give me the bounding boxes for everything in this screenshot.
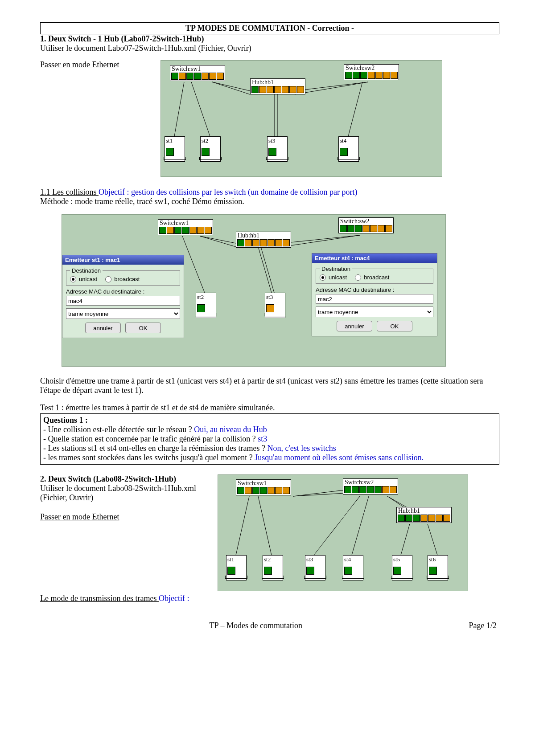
collisions-under: 1.1 Les collisions xyxy=(40,188,99,196)
dlg1-mac-label: Adresse MAC du destinataire : xyxy=(66,288,180,295)
dlg2-legend: Destination xyxy=(320,266,352,272)
d2-hub: Hub:hb1 xyxy=(236,232,291,248)
d3-switch1: Switch:sw1 xyxy=(236,479,291,495)
d1-hub-label: Hub:hb1 xyxy=(251,79,304,86)
diagram-1: Switch:sw1 Switch:sw2 Hub:hb1 st1 st2 xyxy=(160,60,442,177)
svg-line-8 xyxy=(348,82,362,136)
diagram-3: Switch:sw1 Switch:sw2 Hub:hb1 st1 st2 st… xyxy=(218,474,468,591)
svg-line-9 xyxy=(200,236,236,243)
section-2-head: 2. Deux Switch (Labo08-2Switch-1Hub) xyxy=(40,474,210,484)
dlg2-mac-input[interactable] xyxy=(316,294,433,304)
dlg1-cancel-button[interactable]: annuler xyxy=(85,323,121,333)
dlg1-r2: broadcast xyxy=(114,276,140,282)
d1-st1-lbl: st1 xyxy=(166,138,184,143)
svg-line-25 xyxy=(428,524,437,555)
svg-line-11 xyxy=(282,235,360,243)
q1-l3: - Les stations st1 et st4 ont-elles en c… xyxy=(43,444,496,453)
d2-switch2: Switch:sw2 xyxy=(338,217,394,233)
dlg2-radio-unicast[interactable]: unicast xyxy=(320,274,347,281)
svg-line-2 xyxy=(295,82,368,91)
dlg2-ok-button[interactable]: OK xyxy=(377,321,412,331)
dlg2-frame-select[interactable]: trame moyenne xyxy=(316,306,433,317)
trans-under: Le mode de transmission des trames xyxy=(40,594,159,603)
transmission-line: Le mode de transmission des trames Objec… xyxy=(40,594,499,603)
dlg1-destination-group: Destination unicast broadcast xyxy=(66,267,180,286)
dlg2-r1: unicast xyxy=(329,274,347,281)
dlg1-ok-button[interactable]: OK xyxy=(125,323,161,333)
dlg2-title: Emetteur st4 : mac4 xyxy=(312,253,437,263)
d2-sw2-label: Switch:sw2 xyxy=(340,218,392,225)
svg-line-24 xyxy=(401,524,410,555)
svg-line-4 xyxy=(174,82,184,136)
title-text: TP MODES DE COMMUTATION - Correction - xyxy=(185,24,354,33)
page-title: TP MODES DE COMMUTATION - Correction - xyxy=(40,22,499,34)
dlg1-r1: unicast xyxy=(79,276,97,282)
dlg2-r2: broadcast xyxy=(364,274,389,281)
collisions-method: Méthode : mode trame réelle, tracé sw1, … xyxy=(40,197,499,206)
svg-line-1 xyxy=(212,82,250,94)
dlg1-radio-unicast[interactable]: unicast xyxy=(70,276,97,282)
svg-line-12 xyxy=(282,235,360,247)
d2-sw1-label: Switch:sw1 xyxy=(159,220,212,226)
d2-hub-label: Hub:hb1 xyxy=(237,233,290,239)
q1-head: Questions 1 : xyxy=(43,416,496,425)
footer-right: Page 1/2 xyxy=(469,621,497,630)
test1-text: Test 1 : émettre les trames à partir de … xyxy=(40,403,499,413)
dlg2-radio-broadcast[interactable]: broadcast xyxy=(355,274,389,281)
d1-st3-lbl: st3 xyxy=(268,138,286,143)
ethernet-mode-2: Passer en mode Ethernet xyxy=(40,512,119,521)
d1-st2-lbl: st2 xyxy=(202,138,219,143)
svg-line-13 xyxy=(182,236,205,293)
svg-line-0 xyxy=(212,82,250,91)
svg-line-15 xyxy=(261,247,274,293)
d2-switch1: Switch:sw1 xyxy=(158,219,213,235)
footer-center: TP – Modes de commutation xyxy=(210,621,302,630)
d1-switch2: Switch:sw2 xyxy=(344,64,399,80)
svg-line-20 xyxy=(314,496,360,555)
dlg2-cancel-button[interactable]: annuler xyxy=(337,321,372,331)
dlg2-mac-label: Adresse MAC du destinataire : xyxy=(316,286,433,293)
section-1-docline: Utiliser le document Labo07-2Switch-1Hub… xyxy=(40,44,499,53)
q1-l2: - Quelle station est concernée par le tr… xyxy=(43,434,496,444)
d1-sw1-label: Switch:sw1 xyxy=(171,66,224,72)
questions-1-box: Questions 1 : - Une collision est-elle d… xyxy=(40,413,499,465)
svg-line-10 xyxy=(200,236,236,247)
diagram-2: Switch:sw1 Switch:sw2 Hub:hb1 st2 st3 Em… xyxy=(62,214,446,367)
d1-st4-lbl: st4 xyxy=(340,138,358,143)
dlg1-radio-broadcast[interactable]: broadcast xyxy=(105,276,140,282)
d3-sw1-label: Switch:sw1 xyxy=(237,480,290,486)
footer: TP – Modes de commutation Page 1/2 xyxy=(40,621,499,630)
svg-line-5 xyxy=(191,82,210,136)
svg-line-3 xyxy=(295,82,368,94)
svg-line-18 xyxy=(236,496,249,555)
d1-switch1: Switch:sw1 xyxy=(170,65,225,81)
emitter-dialog-st4: Emetteur st4 : mac4 Destination unicast … xyxy=(312,253,437,336)
d3-sw2-label: Switch:sw2 xyxy=(344,479,397,486)
d3-hub-label: Hub:hb1 xyxy=(398,508,450,514)
svg-line-19 xyxy=(258,496,272,555)
d2-st2-lbl: st2 xyxy=(197,294,215,300)
dlg1-legend: Destination xyxy=(70,267,103,274)
svg-line-21 xyxy=(352,496,369,555)
trans-blue: Objectif : xyxy=(159,594,189,603)
d2-st3-lbl: st3 xyxy=(266,294,284,300)
q1-l1: - Une collision est-elle détectée sur le… xyxy=(43,425,496,434)
dlg1-mac-input[interactable] xyxy=(66,296,180,306)
ethernet-mode-1: Passer en mode Ethernet xyxy=(40,60,119,69)
section-2-docline: Utiliser le document Labo08-2Switch-1Hub… xyxy=(40,484,210,503)
collisions-line: 1.1 Les collisions Objectif : gestion de… xyxy=(40,188,499,197)
dlg1-title: Emetteur st1 : mac1 xyxy=(62,255,184,265)
section-1-head: 1. Deux Switch - 1 Hub (Labo07-2Switch-1… xyxy=(40,34,499,44)
collisions-blue: Objectif : gestion des collisions par le… xyxy=(99,188,357,196)
d3-hub: Hub:hb1 xyxy=(396,507,452,523)
d1-hub: Hub:hb1 xyxy=(250,78,305,94)
dlg2-destination-group: Destination unicast broadcast xyxy=(316,266,433,284)
q1-l4: - les trames sont stockées dans les swit… xyxy=(43,453,496,462)
d1-sw2-label: Switch:sw2 xyxy=(345,65,398,71)
choisir-text: Choisir d'émettre une trame à partir de … xyxy=(40,376,499,395)
dlg1-frame-select[interactable]: trame moyenne xyxy=(66,308,180,319)
emitter-dialog-st1: Emetteur st1 : mac1 Destination unicast … xyxy=(62,255,184,338)
d3-switch2: Switch:sw2 xyxy=(343,478,398,494)
svg-line-14 xyxy=(258,247,272,293)
